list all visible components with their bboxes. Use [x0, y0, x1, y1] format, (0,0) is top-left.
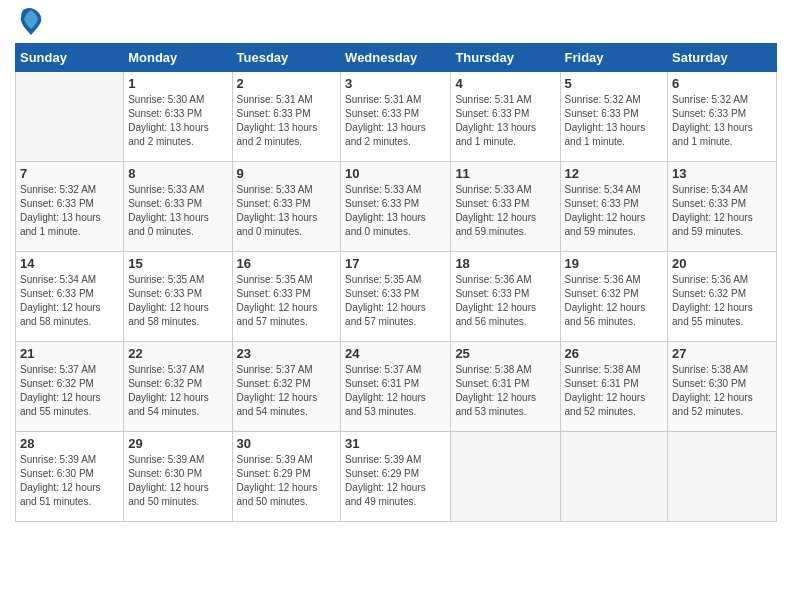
day-info: Sunrise: 5:38 AM Sunset: 6:31 PM Dayligh…: [565, 363, 664, 419]
day-number: 17: [345, 256, 446, 271]
day-number: 10: [345, 166, 446, 181]
day-info: Sunrise: 5:30 AM Sunset: 6:33 PM Dayligh…: [128, 93, 227, 149]
day-info: Sunrise: 5:39 AM Sunset: 6:30 PM Dayligh…: [20, 453, 119, 509]
calendar-week-1: 1Sunrise: 5:30 AM Sunset: 6:33 PM Daylig…: [16, 72, 777, 162]
calendar-cell: [16, 72, 124, 162]
calendar-cell: 3Sunrise: 5:31 AM Sunset: 6:33 PM Daylig…: [341, 72, 451, 162]
day-number: 4: [455, 76, 555, 91]
day-number: 31: [345, 436, 446, 451]
calendar-cell: 21Sunrise: 5:37 AM Sunset: 6:32 PM Dayli…: [16, 342, 124, 432]
calendar-cell: 11Sunrise: 5:33 AM Sunset: 6:33 PM Dayli…: [451, 162, 560, 252]
day-info: Sunrise: 5:37 AM Sunset: 6:32 PM Dayligh…: [128, 363, 227, 419]
weekday-header-friday: Friday: [560, 44, 668, 72]
weekday-header-thursday: Thursday: [451, 44, 560, 72]
page-container: SundayMondayTuesdayWednesdayThursdayFrid…: [0, 0, 792, 532]
calendar-cell: 20Sunrise: 5:36 AM Sunset: 6:32 PM Dayli…: [668, 252, 777, 342]
day-number: 30: [237, 436, 337, 451]
calendar-cell: 31Sunrise: 5:39 AM Sunset: 6:29 PM Dayli…: [341, 432, 451, 522]
calendar-cell: 27Sunrise: 5:38 AM Sunset: 6:30 PM Dayli…: [668, 342, 777, 432]
day-number: 5: [565, 76, 664, 91]
day-info: Sunrise: 5:36 AM Sunset: 6:32 PM Dayligh…: [565, 273, 664, 329]
day-info: Sunrise: 5:34 AM Sunset: 6:33 PM Dayligh…: [565, 183, 664, 239]
day-info: Sunrise: 5:36 AM Sunset: 6:32 PM Dayligh…: [672, 273, 772, 329]
calendar-cell: 18Sunrise: 5:36 AM Sunset: 6:33 PM Dayli…: [451, 252, 560, 342]
calendar-cell: 14Sunrise: 5:34 AM Sunset: 6:33 PM Dayli…: [16, 252, 124, 342]
calendar-cell: 4Sunrise: 5:31 AM Sunset: 6:33 PM Daylig…: [451, 72, 560, 162]
day-number: 25: [455, 346, 555, 361]
weekday-header-tuesday: Tuesday: [232, 44, 341, 72]
calendar-cell: 19Sunrise: 5:36 AM Sunset: 6:32 PM Dayli…: [560, 252, 668, 342]
day-number: 26: [565, 346, 664, 361]
weekday-header-wednesday: Wednesday: [341, 44, 451, 72]
day-number: 16: [237, 256, 337, 271]
day-info: Sunrise: 5:39 AM Sunset: 6:30 PM Dayligh…: [128, 453, 227, 509]
calendar-cell: 30Sunrise: 5:39 AM Sunset: 6:29 PM Dayli…: [232, 432, 341, 522]
day-info: Sunrise: 5:33 AM Sunset: 6:33 PM Dayligh…: [345, 183, 446, 239]
calendar-cell: 9Sunrise: 5:33 AM Sunset: 6:33 PM Daylig…: [232, 162, 341, 252]
day-number: 28: [20, 436, 119, 451]
calendar-cell: 10Sunrise: 5:33 AM Sunset: 6:33 PM Dayli…: [341, 162, 451, 252]
calendar-week-4: 21Sunrise: 5:37 AM Sunset: 6:32 PM Dayli…: [16, 342, 777, 432]
day-info: Sunrise: 5:35 AM Sunset: 6:33 PM Dayligh…: [345, 273, 446, 329]
logo: [15, 10, 44, 35]
calendar-cell: 8Sunrise: 5:33 AM Sunset: 6:33 PM Daylig…: [124, 162, 232, 252]
calendar-week-3: 14Sunrise: 5:34 AM Sunset: 6:33 PM Dayli…: [16, 252, 777, 342]
day-number: 3: [345, 76, 446, 91]
day-info: Sunrise: 5:32 AM Sunset: 6:33 PM Dayligh…: [565, 93, 664, 149]
calendar-table: SundayMondayTuesdayWednesdayThursdayFrid…: [15, 43, 777, 522]
day-number: 18: [455, 256, 555, 271]
calendar-cell: 22Sunrise: 5:37 AM Sunset: 6:32 PM Dayli…: [124, 342, 232, 432]
calendar-cell: 26Sunrise: 5:38 AM Sunset: 6:31 PM Dayli…: [560, 342, 668, 432]
calendar-cell: 16Sunrise: 5:35 AM Sunset: 6:33 PM Dayli…: [232, 252, 341, 342]
day-number: 7: [20, 166, 119, 181]
day-number: 1: [128, 76, 227, 91]
day-info: Sunrise: 5:38 AM Sunset: 6:31 PM Dayligh…: [455, 363, 555, 419]
day-info: Sunrise: 5:39 AM Sunset: 6:29 PM Dayligh…: [345, 453, 446, 509]
day-number: 2: [237, 76, 337, 91]
day-number: 22: [128, 346, 227, 361]
calendar-cell: 24Sunrise: 5:37 AM Sunset: 6:31 PM Dayli…: [341, 342, 451, 432]
day-info: Sunrise: 5:35 AM Sunset: 6:33 PM Dayligh…: [128, 273, 227, 329]
day-info: Sunrise: 5:32 AM Sunset: 6:33 PM Dayligh…: [20, 183, 119, 239]
day-info: Sunrise: 5:37 AM Sunset: 6:31 PM Dayligh…: [345, 363, 446, 419]
weekday-header-row: SundayMondayTuesdayWednesdayThursdayFrid…: [16, 44, 777, 72]
calendar-week-5: 28Sunrise: 5:39 AM Sunset: 6:30 PM Dayli…: [16, 432, 777, 522]
day-number: 14: [20, 256, 119, 271]
day-info: Sunrise: 5:35 AM Sunset: 6:33 PM Dayligh…: [237, 273, 337, 329]
day-info: Sunrise: 5:38 AM Sunset: 6:30 PM Dayligh…: [672, 363, 772, 419]
calendar-cell: 1Sunrise: 5:30 AM Sunset: 6:33 PM Daylig…: [124, 72, 232, 162]
day-number: 27: [672, 346, 772, 361]
calendar-cell: 15Sunrise: 5:35 AM Sunset: 6:33 PM Dayli…: [124, 252, 232, 342]
day-info: Sunrise: 5:33 AM Sunset: 6:33 PM Dayligh…: [128, 183, 227, 239]
day-info: Sunrise: 5:32 AM Sunset: 6:33 PM Dayligh…: [672, 93, 772, 149]
calendar-cell: 12Sunrise: 5:34 AM Sunset: 6:33 PM Dayli…: [560, 162, 668, 252]
day-info: Sunrise: 5:31 AM Sunset: 6:33 PM Dayligh…: [345, 93, 446, 149]
day-number: 8: [128, 166, 227, 181]
day-info: Sunrise: 5:37 AM Sunset: 6:32 PM Dayligh…: [20, 363, 119, 419]
calendar-cell: 7Sunrise: 5:32 AM Sunset: 6:33 PM Daylig…: [16, 162, 124, 252]
day-number: 24: [345, 346, 446, 361]
day-info: Sunrise: 5:33 AM Sunset: 6:33 PM Dayligh…: [455, 183, 555, 239]
day-info: Sunrise: 5:31 AM Sunset: 6:33 PM Dayligh…: [455, 93, 555, 149]
calendar-cell: 23Sunrise: 5:37 AM Sunset: 6:32 PM Dayli…: [232, 342, 341, 432]
day-number: 20: [672, 256, 772, 271]
calendar-cell: 25Sunrise: 5:38 AM Sunset: 6:31 PM Dayli…: [451, 342, 560, 432]
day-number: 12: [565, 166, 664, 181]
day-number: 29: [128, 436, 227, 451]
calendar-cell: 17Sunrise: 5:35 AM Sunset: 6:33 PM Dayli…: [341, 252, 451, 342]
day-info: Sunrise: 5:34 AM Sunset: 6:33 PM Dayligh…: [672, 183, 772, 239]
calendar-cell: 28Sunrise: 5:39 AM Sunset: 6:30 PM Dayli…: [16, 432, 124, 522]
day-number: 6: [672, 76, 772, 91]
day-number: 19: [565, 256, 664, 271]
day-number: 21: [20, 346, 119, 361]
calendar-cell: 2Sunrise: 5:31 AM Sunset: 6:33 PM Daylig…: [232, 72, 341, 162]
calendar-week-2: 7Sunrise: 5:32 AM Sunset: 6:33 PM Daylig…: [16, 162, 777, 252]
day-info: Sunrise: 5:34 AM Sunset: 6:33 PM Dayligh…: [20, 273, 119, 329]
day-number: 13: [672, 166, 772, 181]
day-number: 15: [128, 256, 227, 271]
weekday-header-saturday: Saturday: [668, 44, 777, 72]
calendar-cell: 5Sunrise: 5:32 AM Sunset: 6:33 PM Daylig…: [560, 72, 668, 162]
day-number: 9: [237, 166, 337, 181]
calendar-cell: 13Sunrise: 5:34 AM Sunset: 6:33 PM Dayli…: [668, 162, 777, 252]
header: [15, 10, 777, 35]
